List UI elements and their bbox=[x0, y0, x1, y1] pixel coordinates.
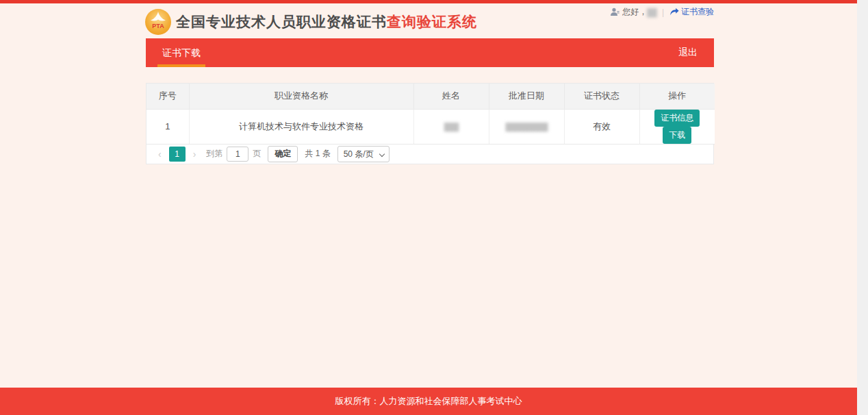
pta-logo-icon: PTA bbox=[144, 8, 172, 36]
cell-actions: 证书信息 下载 bbox=[639, 109, 715, 144]
cell-qualification: 计算机技术与软件专业技术资格 bbox=[189, 109, 413, 144]
user-bar: 您好， ██ | 证书查验 bbox=[610, 6, 714, 18]
masked-date: █████████ bbox=[505, 123, 547, 131]
certificate-info-button[interactable]: 证书信息 bbox=[654, 110, 700, 127]
pagination: ‹ 1 › 到第 页 确定 共 1 条 50 条/页 bbox=[146, 144, 713, 164]
table-header-row: 序号 职业资格名称 姓名 批准日期 证书状态 操作 bbox=[146, 84, 715, 109]
prev-page-icon[interactable]: ‹ bbox=[155, 149, 165, 159]
greeting-text: 您好， bbox=[622, 6, 647, 18]
svg-text:PTA: PTA bbox=[152, 23, 164, 29]
page-unit-label: 页 bbox=[253, 148, 261, 160]
user-name-masked: ██ bbox=[647, 8, 656, 16]
confirm-button[interactable]: 确定 bbox=[268, 146, 298, 162]
page-header: PTA 全国专业技术人员职业资格证书查询验证系统 您好， ██ | 证书查验 bbox=[146, 0, 714, 38]
certificate-table-card: 序号 职业资格名称 姓名 批准日期 证书状态 操作 1 计算机技术与软件专业技术… bbox=[146, 83, 714, 164]
share-arrow-icon bbox=[669, 8, 679, 16]
divider: | bbox=[662, 8, 664, 17]
user-icon bbox=[610, 8, 620, 16]
download-button[interactable]: 下载 bbox=[663, 127, 691, 144]
cell-no: 1 bbox=[146, 109, 189, 144]
certificate-table: 序号 职业资格名称 姓名 批准日期 证书状态 操作 1 计算机技术与软件专业技术… bbox=[146, 84, 715, 144]
next-page-icon[interactable]: › bbox=[190, 149, 200, 159]
table-row: 1 计算机技术与软件专业技术资格 ███ █████████ 有效 证书信息 下… bbox=[146, 109, 715, 144]
site-title: 全国专业技术人员职业资格证书 bbox=[176, 12, 387, 32]
site-title-accent: 查询验证系统 bbox=[387, 12, 477, 32]
certificate-verify-link[interactable]: 证书查验 bbox=[669, 6, 714, 18]
cell-status: 有效 bbox=[564, 109, 639, 144]
footer: 版权所有：人力资源和社会保障部人事考试中心 bbox=[0, 388, 857, 415]
masked-name: ███ bbox=[444, 123, 458, 131]
tab-certificate-download[interactable]: 证书下载 bbox=[157, 38, 205, 67]
brand: PTA 全国专业技术人员职业资格证书查询验证系统 bbox=[144, 8, 477, 36]
scrollbar[interactable] bbox=[857, 0, 868, 415]
page-size-value: 50 条/页 bbox=[344, 149, 374, 159]
col-header-actions: 操作 bbox=[639, 84, 715, 109]
goto-page-input[interactable] bbox=[227, 147, 248, 162]
col-header-date: 批准日期 bbox=[489, 84, 564, 109]
goto-page-label: 到第 bbox=[206, 148, 222, 160]
total-count-label: 共 1 条 bbox=[305, 148, 330, 160]
page-size-select[interactable]: 50 条/页 bbox=[337, 146, 390, 162]
col-header-no: 序号 bbox=[146, 84, 189, 109]
main-nav: 证书下载 退出 bbox=[146, 38, 714, 67]
chevron-down-icon bbox=[379, 151, 384, 156]
copyright-text: 版权所有：人力资源和社会保障部人事考试中心 bbox=[335, 396, 522, 406]
certificate-verify-label: 证书查验 bbox=[681, 6, 714, 18]
col-header-status: 证书状态 bbox=[564, 84, 639, 109]
cell-date: █████████ bbox=[489, 109, 564, 144]
col-header-name: 姓名 bbox=[413, 84, 489, 109]
logout-button[interactable]: 退出 bbox=[678, 47, 698, 59]
cell-name: ███ bbox=[413, 109, 489, 144]
page-number-button[interactable]: 1 bbox=[169, 147, 186, 162]
col-header-qualification: 职业资格名称 bbox=[189, 84, 413, 109]
scrollbar-thumb[interactable] bbox=[857, 0, 868, 415]
